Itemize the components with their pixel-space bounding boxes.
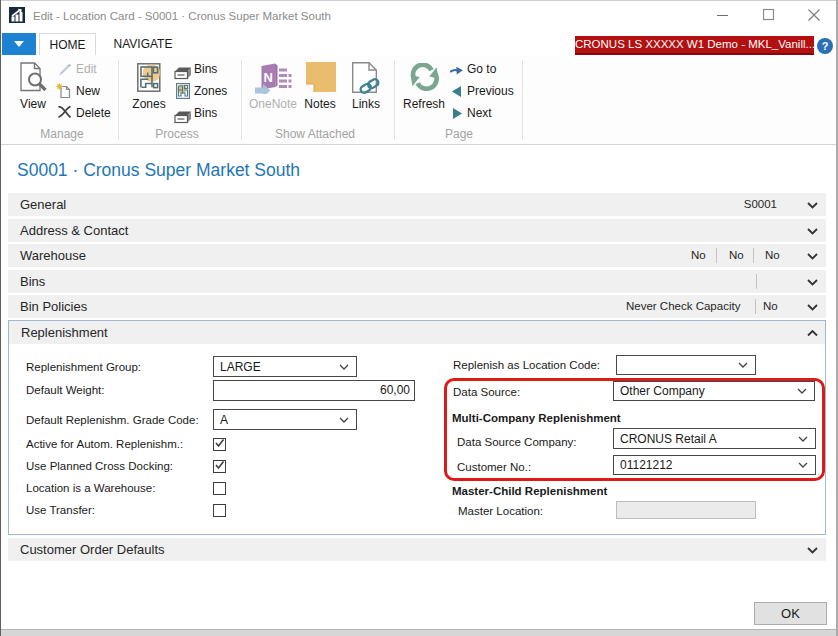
svg-text:N: N [264,70,273,85]
